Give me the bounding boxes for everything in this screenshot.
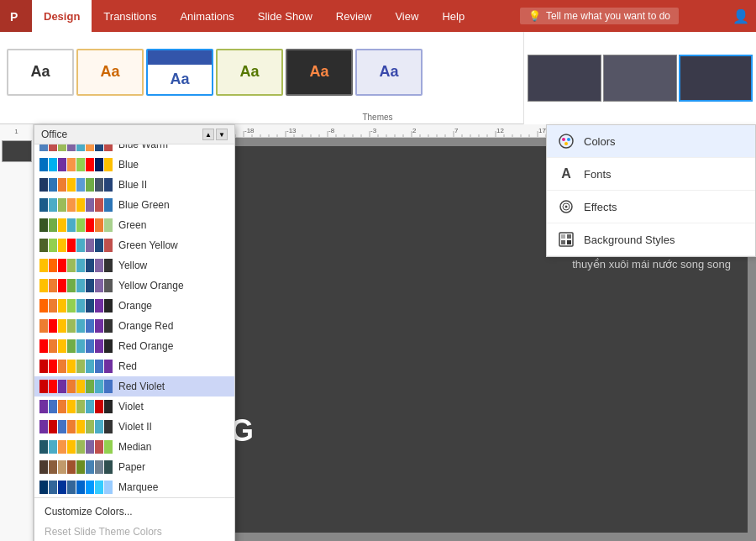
theme-thumb-2[interactable]: Aa [76,49,144,96]
theme-thumb-3[interactable]: Aa [146,49,213,96]
swatch [104,259,113,272]
swatch [67,339,76,353]
swatch [95,380,103,393]
swatch [86,440,94,454]
color-label-yellow: Yellow [118,260,147,271]
theme-thumb-5[interactable]: Aa [286,49,353,96]
color-row-yellow[interactable]: Yellow [34,255,234,276]
color-row-yelloworange[interactable]: Yellow Orange [34,276,234,296]
svg-point-8 [567,138,570,141]
color-row-redviolet[interactable]: Red Violet [34,376,234,397]
swatch [39,239,48,252]
right-panel-effects[interactable]: Effects [547,191,755,223]
theme-thumb-4[interactable]: Aa [216,49,283,96]
slide-thumb-1[interactable] [2,140,32,162]
swatches-violet [39,400,113,413]
menu-search[interactable]: 💡 Tell me what you want to do [520,8,679,24]
swatch [39,299,48,313]
color-row-violetii[interactable]: Violet II [34,417,234,437]
slide-nav-thumb-3[interactable] [679,55,753,102]
color-row-paper[interactable]: Paper [34,457,234,477]
customize-colors-item[interactable]: Customize Colors... [34,502,234,522]
swatch [76,319,85,333]
swatches-paper [39,460,113,474]
swatch [95,158,103,171]
color-row-red[interactable]: Red [34,356,234,376]
swatch [58,144,66,151]
effects-label: Effects [584,201,617,213]
fonts-icon: A [557,165,575,183]
palette-icon [557,132,575,150]
swatch [49,440,57,454]
tab-transitions[interactable]: Transitions [92,0,168,32]
color-row-blueii[interactable]: Blue II [34,175,234,195]
svg-rect-16 [561,240,565,244]
tab-view[interactable]: View [383,0,430,32]
swatches-orange [39,299,113,313]
tab-slideshow[interactable]: Slide Show [246,0,324,32]
color-row-violet[interactable]: Violet [34,397,234,417]
swatches-orangered [39,319,113,333]
swatch [86,299,94,313]
color-row-bluewarm[interactable]: Blue Warm [34,144,234,155]
dropdown-scroll-down[interactable]: ▼ [216,129,228,140]
slide-nav-thumb-1[interactable] [528,55,601,102]
color-label-blue: Blue [118,159,139,171]
color-row-orangered[interactable]: Orange Red [34,316,234,336]
colors-scroll-area[interactable]: OfficeOffice 2007 - 2010GrayscaleBlue Wa… [34,144,234,497]
theme-thumb-1[interactable]: Aa [7,49,74,96]
swatch [76,460,85,474]
background-label: Background Styles [584,234,675,246]
swatch [67,279,76,292]
color-row-green[interactable]: Green [34,215,234,235]
color-row-orange[interactable]: Orange [34,296,234,316]
swatch [67,460,76,474]
swatch [58,158,66,171]
dropdown-scroll-up[interactable]: ▲ [202,129,214,140]
swatch [49,360,57,373]
tab-animations[interactable]: Animations [168,0,245,32]
color-row-blue[interactable]: Blue [34,155,234,175]
tab-help[interactable]: Help [430,0,476,32]
color-row-redorange[interactable]: Red Orange [34,336,234,356]
right-panel-fonts[interactable]: A Fonts [547,158,755,191]
color-label-median: Median [118,441,151,453]
swatches-red [39,360,113,373]
swatch [49,144,57,151]
color-row-bluegreen[interactable]: Blue Green [34,195,234,215]
swatch [86,339,94,353]
swatch [58,400,66,413]
tab-design[interactable]: Design [32,0,92,32]
app-icon: P [0,0,32,32]
color-label-orangered: Orange Red [118,320,173,332]
swatch [49,279,57,292]
svg-point-7 [562,138,565,141]
colors-label: Colors [584,135,616,148]
color-row-median[interactable]: Median [34,437,234,457]
right-panel-colors[interactable]: Colors [547,125,755,158]
right-panel-background[interactable]: Background Styles [547,223,755,256]
swatch [39,259,48,272]
swatch [58,178,66,192]
swatch [95,339,103,353]
dropdown-scroll-controls: ▲ ▼ [202,129,228,140]
tab-review[interactable]: Review [324,0,384,32]
swatch [58,239,66,252]
swatch [49,299,57,313]
swatch [95,360,103,373]
swatch [49,420,57,433]
swatch [67,144,76,151]
color-row-greenyellow[interactable]: Green Yellow [34,235,234,255]
slide-nav-thumb-2[interactable] [603,55,677,102]
theme-thumb-6[interactable]: Aa [355,49,423,96]
swatch [49,178,57,192]
swatch [95,460,103,474]
color-row-marquee[interactable]: Marquee [34,477,234,497]
swatch [58,440,66,454]
color-label-yelloworange: Yellow Orange [118,280,184,292]
swatch [86,218,94,232]
swatch [39,360,48,373]
swatches-bluegreen [39,198,113,212]
swatch [39,481,48,494]
swatch [39,420,48,433]
